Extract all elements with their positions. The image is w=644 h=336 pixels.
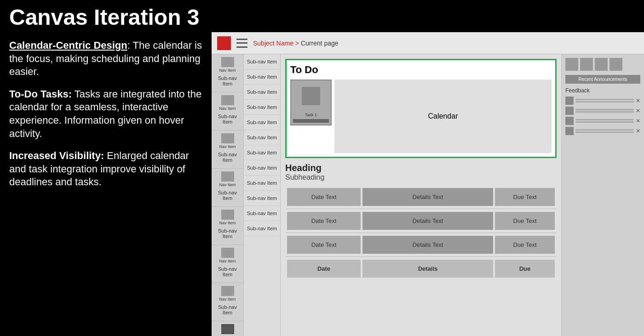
nav-group-1: Nav Item Sub-nav Item: [212, 54, 243, 92]
table-row-3: Date Text Details Text Due Text: [285, 233, 557, 257]
nav-label-7[interactable]: Nav Item: [219, 297, 236, 302]
data-table: Date Text Details Text Due Text Date Tex…: [285, 185, 557, 280]
right-icon-4: [610, 58, 622, 71]
task-card[interactable]: Task 1: [290, 80, 332, 125]
table-row-2: Date Text Details Text Due Text: [285, 209, 557, 233]
footer-date: Date: [287, 260, 361, 278]
app-logo: [217, 36, 231, 50]
feedback-close-4[interactable]: ✕: [636, 128, 640, 134]
sub-nav-item-3[interactable]: Sub-nav Item: [244, 85, 280, 100]
right-icon-1: [565, 58, 578, 71]
feedback-close-2[interactable]: ✕: [636, 108, 640, 114]
nav-icon-1: [221, 57, 234, 67]
announcements-button[interactable]: Recent Announcements: [565, 75, 640, 84]
heading-section: Heading Subheading: [285, 163, 557, 182]
feedback-line: [575, 101, 634, 103]
nav-icon-7: [221, 286, 234, 296]
breadcrumb-subject[interactable]: Subject Name: [253, 40, 293, 47]
nav-label-6[interactable]: Nav Item: [219, 259, 236, 263]
sidebar-sub-7[interactable]: Sub-nav Item: [212, 302, 243, 318]
calendar-placeholder: Calendar: [334, 80, 552, 153]
subheading: Subheading: [285, 173, 557, 182]
feedback-lines-3: [575, 119, 634, 123]
sub-nav-item-9[interactable]: Sub-nav Item: [244, 176, 280, 191]
sub-nav-item-6[interactable]: Sub-nav Item: [244, 130, 280, 145]
cell-details-3: Details Text: [362, 236, 493, 254]
feedback-line: [575, 131, 634, 133]
nav-icon-4: [221, 171, 234, 182]
nav-label-1[interactable]: Nav Item: [219, 68, 236, 73]
table-row-1: Date Text Details Text Due Text: [285, 185, 557, 209]
right-icon-3: [595, 58, 608, 71]
sub-nav-item-7[interactable]: Sub-nav Item: [244, 145, 280, 160]
right-icon-2: [580, 58, 593, 71]
feedback-icon-2: [565, 107, 574, 115]
nav-label-5[interactable]: Nav Item: [219, 221, 236, 225]
feedback-line: [575, 109, 634, 110]
nav-label-3[interactable]: Nav Item: [219, 144, 236, 149]
cell-date-2: Date Text: [287, 212, 361, 230]
cell-details-1: Details Text: [362, 188, 493, 206]
desc-label-1: Calendar-Centric Design: [9, 40, 127, 51]
feedback-item-3: ✕: [565, 117, 640, 125]
nav-icon-6: [221, 248, 234, 258]
feedback-lines-1: [575, 99, 634, 103]
feedback-label: Feedback: [565, 87, 640, 94]
nav-label-4[interactable]: Nav Item: [219, 182, 236, 187]
todo-title: To Do: [290, 64, 552, 76]
footer-details: Details: [362, 260, 493, 278]
table-footer-row: Date Details Due: [285, 257, 557, 280]
nav-icon-8: [221, 324, 234, 334]
sidebar-sub-5[interactable]: Sub-nav Item: [212, 225, 243, 242]
feedback-line: [575, 119, 634, 120]
sub-nav: Sub-nav Item Sub-nav Item Sub-nav Item S…: [244, 54, 281, 336]
description-panel: Calendar-Centric Design: The calendar is…: [0, 32, 212, 336]
task-card-bar: [293, 119, 329, 123]
breadcrumb-separator: >: [293, 40, 301, 47]
app-panel: Subject Name > Current page Nav Item Sub…: [212, 32, 644, 336]
sub-nav-item-5[interactable]: Sub-nav Item: [244, 115, 280, 130]
sub-nav-item-11[interactable]: Sub-nav Item: [244, 206, 280, 221]
nav-icon-2: [221, 95, 234, 105]
top-bar: Subject Name > Current page: [212, 32, 644, 54]
sidebar-sub-1[interactable]: Sub-nav Item: [212, 73, 243, 89]
menu-icon[interactable]: [236, 39, 247, 48]
nav-icon-3: [221, 133, 234, 143]
main-area: To Do Task 1 Calendar Heading: [281, 54, 561, 336]
feedback-close-1[interactable]: ✕: [636, 97, 640, 104]
sidebar-sub-4[interactable]: Sub-nav Item: [212, 187, 243, 204]
feedback-line: [575, 121, 634, 123]
sub-nav-item-2[interactable]: Sub-nav Item: [244, 69, 280, 85]
feedback-line: [575, 111, 634, 113]
desc-item-2: To-Do Tasks: Tasks are integrated into t…: [9, 88, 202, 140]
sub-nav-item-4[interactable]: Sub-nav Item: [244, 100, 280, 115]
footer-due: Due: [495, 260, 555, 278]
sub-nav-item-10[interactable]: Sub-nav Item: [244, 191, 280, 206]
feedback-line: [575, 99, 634, 100]
nav-group-3: Nav Item Sub-nav Item: [212, 131, 243, 169]
cell-details-2: Details Text: [362, 212, 493, 230]
feedback-icon-1: [565, 97, 574, 105]
cell-due-3: Due Text: [495, 236, 555, 254]
feedback-close-3[interactable]: ✕: [636, 118, 640, 124]
nav-label-2[interactable]: Nav Item: [219, 106, 236, 111]
cell-due-1: Due Text: [495, 188, 555, 206]
nav-group-8: Sub-nav Item: [212, 321, 243, 336]
cell-date-3: Date Text: [287, 236, 361, 254]
feedback-item-4: ✕: [565, 127, 640, 135]
sidebar-sub-6[interactable]: Sub-nav Item: [212, 263, 243, 280]
feedback-lines-2: [575, 109, 634, 113]
desc-item-1: Calendar-Centric Design: The calendar is…: [9, 39, 202, 79]
right-panel-icons: [565, 58, 640, 71]
sidebar-sub-2[interactable]: Sub-nav Item: [212, 111, 243, 127]
breadcrumb: Subject Name > Current page: [253, 40, 339, 47]
desc-text-3: Increased Visibility: Enlarged calendar …: [9, 150, 189, 188]
todo-section: To Do Task 1 Calendar: [285, 59, 557, 158]
todo-inner: Task 1 Calendar: [290, 80, 552, 153]
sub-nav-item-1[interactable]: Sub-nav Item: [244, 54, 280, 69]
sidebar-sub-3[interactable]: Sub-nav Item: [212, 149, 243, 165]
sub-nav-item-12[interactable]: Sub-nav Item: [244, 221, 280, 236]
nav-group-5: Nav Item Sub-nav Item: [212, 207, 243, 245]
sub-nav-item-8[interactable]: Sub-nav Item: [244, 160, 280, 176]
feedback-icon-3: [565, 117, 574, 125]
